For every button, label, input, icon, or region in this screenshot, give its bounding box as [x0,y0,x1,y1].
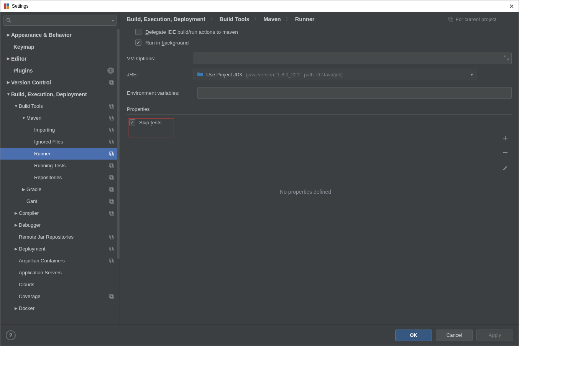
env-vars-input[interactable] [197,87,512,99]
svg-rect-12 [110,129,113,132]
svg-rect-27 [110,235,113,238]
empty-placeholder: No properties defined [127,189,484,195]
chevron-right-icon[interactable]: ▶ [13,223,19,227]
sidebar-item-label: Clouds [19,282,114,287]
sidebar-item[interactable]: ▶Debugger [0,219,117,231]
project-scope-icon [109,258,114,264]
add-button[interactable] [501,134,509,142]
sidebar-item-label: Importing [34,127,107,133]
chevron-down-icon[interactable]: ▼ [13,104,19,108]
breadcrumb-item[interactable]: Build Tools [220,16,250,22]
delegate-checkbox-row[interactable]: Delegate IDE build/run actions to maven [127,29,512,35]
project-scope-icon [109,104,114,109]
project-scope-icon [109,139,114,145]
chevron-right-icon[interactable]: ▶ [13,306,19,310]
sidebar-item[interactable]: ▶Gradle [0,183,117,195]
search-icon [6,18,11,23]
folder-icon [197,71,203,78]
edit-button[interactable] [501,163,509,171]
sidebar-item[interactable]: ▶Compiler [0,207,117,219]
chevron-right-icon: 〉 [254,16,259,23]
chevron-down-icon[interactable]: ▼ [6,92,11,96]
sidebar-item[interactable]: ▶Version Control [0,76,117,88]
skip-tests-checkbox-row[interactable]: Skip tests [127,119,512,125]
chevron-right-icon[interactable]: ▶ [13,247,19,251]
project-scope-icon [109,246,114,252]
sidebar-item[interactable]: ▶Appearance & Behavior [0,29,117,41]
sidebar-item[interactable]: Runner [0,148,117,160]
vm-options-input[interactable] [194,53,512,64]
dialog-footer: ? OK Cancel Apply [0,324,519,346]
sidebar-item[interactable]: Clouds [0,279,117,290]
sidebar-item[interactable]: ▼Build Tools [0,100,117,112]
properties-list[interactable]: No properties defined [127,131,499,296]
jre-dropdown[interactable]: Use Project JDK (java version "1.8.0_221… [194,69,477,80]
search-input[interactable]: ▾ [3,15,117,26]
help-button[interactable]: ? [6,330,16,340]
svg-rect-23 [110,199,113,202]
chevron-right-icon[interactable]: ▶ [13,211,19,215]
run-background-checkbox-row[interactable]: Run in background [127,40,512,46]
breadcrumb-item[interactable]: Build, Execution, Deployment [127,16,205,22]
breadcrumb-item: Runner [295,16,315,22]
sidebar-item[interactable]: Plugins1 [0,64,117,76]
search-history-icon[interactable]: ▾ [112,18,114,23]
search-field[interactable] [13,18,112,23]
chevron-right-icon[interactable]: ▶ [6,33,11,37]
svg-rect-26 [110,212,113,215]
sidebar-item[interactable]: ▼Build, Execution, Deployment [0,88,117,100]
for-current-project-hint: For current project [448,16,512,22]
checkbox-icon[interactable] [135,29,141,35]
sidebar-item[interactable]: ▶Editor [0,53,117,64]
svg-rect-6 [110,81,113,84]
sidebar-item[interactable]: Coverage [0,290,117,302]
run-background-label: Run in background [145,40,189,46]
svg-rect-28 [110,236,113,239]
sidebar-item[interactable]: Running Tests [0,160,117,171]
sidebar-item[interactable]: Keymap [0,41,117,53]
sidebar-item[interactable]: Gant [0,195,117,207]
close-icon[interactable]: ✕ [508,3,516,10]
svg-rect-14 [110,141,113,144]
sidebar-item[interactable]: Remote Jar Repositories [0,231,117,243]
ok-button[interactable]: OK [395,330,432,341]
svg-rect-11 [110,128,113,131]
sidebar-item[interactable]: Ignored Files [0,136,117,148]
main-panel: Build, Execution, Deployment 〉 Build Too… [120,12,519,324]
sidebar-item[interactable]: Importing [0,124,117,136]
sidebar-item-label: Version Control [11,79,107,86]
chevron-right-icon[interactable]: ▶ [6,80,11,84]
jre-hint: (java version "1.8.0_221", path: D:/Java… [246,72,343,77]
settings-window: Settings ✕ ▾ ▶Appearance & BehaviorKeyma… [0,0,519,346]
apply-button[interactable]: Apply [476,330,513,341]
sidebar-item[interactable]: Application Servers [0,267,117,279]
svg-rect-16 [110,153,113,156]
sidebar-scrollbar[interactable] [117,29,120,259]
sidebar-item-label: Debugger [19,222,114,228]
expand-icon[interactable] [504,55,509,62]
breadcrumb-item[interactable]: Maven [264,16,281,22]
app-icon [3,3,10,9]
checkbox-icon[interactable] [135,40,141,46]
sidebar-item[interactable]: ▶Docker [0,302,117,314]
sidebar-item-label: Keymap [13,44,114,50]
remove-button[interactable] [501,148,509,157]
svg-rect-15 [110,152,113,155]
settings-tree: ▶Appearance & BehaviorKeymap▶EditorPlugi… [0,29,120,324]
sidebar: ▾ ▶Appearance & BehaviorKeymap▶EditorPlu… [0,12,120,324]
jre-label: JRE: [127,72,188,77]
sidebar-item[interactable]: ▼Maven [0,112,117,124]
sidebar-item-label: Ignored Files [34,139,107,145]
svg-rect-0 [4,3,6,9]
sidebar-item[interactable]: ▶Deployment [0,243,117,255]
cancel-button[interactable]: Cancel [436,330,473,341]
sidebar-item[interactable]: Arquillian Containers [0,255,117,267]
sidebar-item-label: Arquillian Containers [19,258,107,264]
sidebar-item[interactable]: Repositories [0,171,117,183]
svg-rect-13 [110,140,113,143]
window-title: Settings [12,3,508,9]
chevron-right-icon[interactable]: ▶ [21,187,26,191]
chevron-down-icon[interactable]: ▼ [21,116,26,120]
svg-rect-10 [110,117,113,120]
chevron-right-icon[interactable]: ▶ [6,56,11,61]
